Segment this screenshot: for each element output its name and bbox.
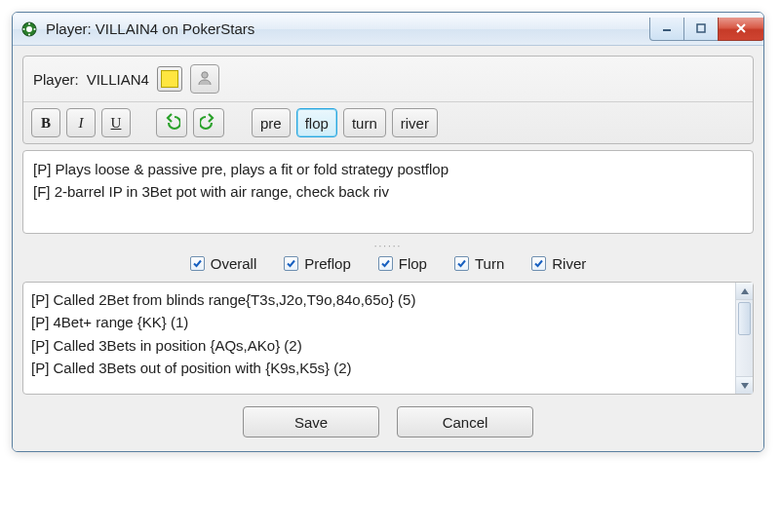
- svg-point-4: [22, 27, 24, 29]
- svg-rect-6: [697, 24, 705, 32]
- filter-river-checkbox[interactable]: River: [531, 255, 586, 272]
- svg-point-1: [26, 26, 32, 32]
- street-river-button[interactable]: river: [392, 108, 438, 137]
- bold-button[interactable]: B: [31, 108, 60, 137]
- scroll-thumb[interactable]: [738, 302, 751, 335]
- autonotes-list: [P] Called 2Bet from blinds range{T3s,J2…: [22, 282, 754, 395]
- titlebar: Player: VILLAIN4 on PokerStars: [13, 13, 763, 46]
- header-section: Player: VILLIAN4 B I U: [22, 56, 754, 144]
- note-line: [F] 2-barrel IP in 3Bet pot with air ran…: [33, 181, 743, 204]
- filter-label: Overall: [211, 255, 257, 272]
- checkmark-icon: [531, 256, 546, 271]
- filter-label: River: [552, 255, 586, 272]
- scroll-down-button[interactable]: [736, 376, 753, 394]
- filter-label: Flop: [399, 255, 427, 272]
- player-row: Player: VILLIAN4: [23, 57, 753, 101]
- splitter-handle[interactable]: ······: [22, 242, 754, 249]
- app-icon: [20, 20, 38, 38]
- filter-turn-checkbox[interactable]: Turn: [454, 255, 504, 272]
- scrollbar: [735, 283, 753, 394]
- street-turn-button[interactable]: turn: [343, 108, 386, 137]
- checkmark-icon: [378, 256, 393, 271]
- svg-point-2: [28, 22, 30, 24]
- street-pre-button[interactable]: pre: [252, 108, 291, 137]
- window-title: Player: VILLAIN4 on PokerStars: [46, 20, 649, 37]
- redo-icon: [200, 113, 217, 133]
- list-item[interactable]: [P] 4Bet+ range {KK} (1): [31, 311, 727, 333]
- color-swatch-inner: [161, 70, 178, 88]
- svg-point-5: [33, 27, 35, 29]
- player-color-button[interactable]: [157, 66, 182, 92]
- player-profile-button[interactable]: [190, 64, 219, 94]
- scroll-up-button[interactable]: [736, 283, 753, 300]
- footer: Save Cancel: [22, 406, 754, 437]
- autonotes-content[interactable]: [P] Called 2Bet from blinds range{T3s,J2…: [23, 283, 735, 394]
- client-area: Player: VILLIAN4 B I U: [13, 46, 763, 451]
- filter-label: Turn: [475, 255, 504, 272]
- toolbar: B I U preflopturnriver: [23, 101, 753, 143]
- save-button[interactable]: Save: [243, 406, 379, 437]
- list-item[interactable]: [P] Called 3Bets in position {AQs,AKo} (…: [31, 334, 727, 357]
- scroll-track[interactable]: [736, 300, 753, 376]
- filter-flop-checkbox[interactable]: Flop: [378, 255, 427, 272]
- note-line: [P] Plays loose & passive pre, plays a f…: [33, 159, 743, 181]
- minimize-button[interactable]: [649, 18, 684, 41]
- filter-label: Preflop: [304, 255, 351, 272]
- italic-button[interactable]: I: [66, 108, 96, 137]
- cancel-button[interactable]: Cancel: [397, 406, 533, 437]
- maximize-button[interactable]: [683, 18, 719, 41]
- svg-point-3: [28, 33, 30, 35]
- checkmark-icon: [454, 256, 469, 271]
- checkmark-icon: [284, 256, 298, 271]
- redo-button[interactable]: [193, 108, 224, 137]
- player-label: Player:: [33, 71, 79, 88]
- close-button[interactable]: [718, 18, 764, 41]
- player-notes-window: Player: VILLAIN4 on PokerStars Player: V…: [12, 12, 764, 452]
- person-icon: [196, 69, 214, 90]
- undo-icon: [163, 113, 180, 133]
- player-name: VILLIAN4: [87, 71, 149, 88]
- underline-button[interactable]: U: [101, 108, 131, 137]
- notes-textarea[interactable]: [P] Plays loose & passive pre, plays a f…: [22, 150, 754, 234]
- list-item[interactable]: [P] Called 3Bets out of position with {K…: [31, 357, 727, 379]
- undo-button[interactable]: [156, 108, 187, 137]
- street-flop-button[interactable]: flop: [296, 108, 337, 137]
- list-item[interactable]: [P] Called 2Bet from blinds range{T3s,J2…: [31, 288, 727, 311]
- filter-row: OverallPreflopFlopTurnRiver: [22, 249, 754, 282]
- filter-overall-checkbox[interactable]: Overall: [190, 255, 257, 272]
- svg-point-7: [202, 71, 208, 77]
- checkmark-icon: [190, 256, 205, 271]
- filter-preflop-checkbox[interactable]: Preflop: [284, 255, 351, 272]
